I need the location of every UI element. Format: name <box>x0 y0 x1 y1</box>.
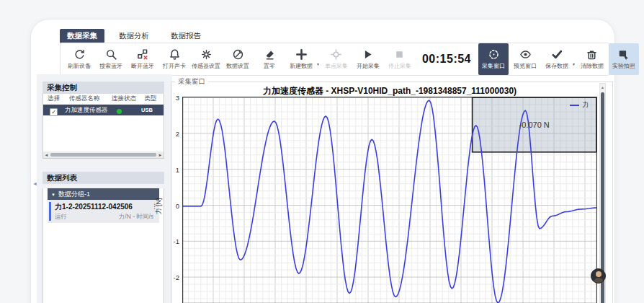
experiment-record-button[interactable]: 实验录制 <box>640 43 644 75</box>
item-axes: 力/N - 时间/s <box>119 213 153 221</box>
y-tick-label: 3 <box>165 94 179 102</box>
refresh-icon <box>73 48 86 61</box>
column-header: 连接状态 <box>112 95 144 103</box>
chart-legend: 力 <box>570 100 589 110</box>
crosshair-icon <box>330 48 342 61</box>
button-label: 刷新设备 <box>68 62 91 70</box>
tab-data-acquisition[interactable]: 数据采集 <box>60 29 104 43</box>
panel-title: 数据列表 <box>43 172 164 184</box>
search-bluetooth-button[interactable]: 搜索蓝牙 <box>96 43 126 75</box>
button-label: 实验拍照 <box>612 62 635 70</box>
disconnect-bluetooth-button[interactable]: 断开蓝牙 <box>128 43 158 75</box>
y-tick-label: 2 <box>165 130 179 138</box>
capture-window-button[interactable]: 采集窗口 <box>478 43 509 75</box>
button-label: 搜索蓝牙 <box>99 62 122 70</box>
y-tick-label: 0 <box>165 202 179 210</box>
toolbar: 刷新设备搜索蓝牙断开蓝牙打开声卡传感器设置数据设置置零新建数据▼单点采集开始采集… <box>60 43 609 76</box>
data-settings-button[interactable]: 数据设置 <box>223 43 253 75</box>
scroll-left-icon[interactable]: ◄ <box>43 153 50 157</box>
legend-label: 力 <box>582 100 589 110</box>
trash-icon <box>586 48 598 61</box>
button-label: 传感器设置 <box>192 62 220 70</box>
horizontal-scrollbar[interactable]: ◄ ► <box>43 152 164 158</box>
dashed-circle-icon <box>488 48 500 61</box>
scroll-up-icon[interactable]: ▲ <box>600 84 605 91</box>
item-title: 力1-2-20251112-042506 <box>55 202 133 212</box>
status-dot <box>117 109 122 114</box>
panel-title: 采集控制 <box>43 82 164 94</box>
button-label: 采集窗口 <box>482 62 505 70</box>
bluetooth-disconnect-icon <box>137 48 149 61</box>
y-tick-label: -2 <box>165 273 179 281</box>
sensor-type: USB <box>141 107 161 113</box>
scroll-right-icon[interactable]: ► <box>157 153 164 157</box>
sensor-table: 选择传感器名称连接状态类型 ✓力加速度传感器USB ◄ ► <box>43 94 164 159</box>
measurement-annotation: -0.070 N <box>519 120 550 129</box>
assistant-avatar[interactable] <box>591 268 606 284</box>
chart-title: 力加速度传感器 - XHSP-V10HID_path_-1981348857_1… <box>182 85 597 97</box>
button-label: 清除数据 <box>581 62 604 70</box>
gear-icon <box>200 48 213 61</box>
set-zero-button[interactable]: 置零 <box>254 43 285 75</box>
app-window: 数据采集数据分析数据报告 刷新设备搜索蓝牙断开蓝牙打开声卡传感器设置数据设置置零… <box>30 19 615 303</box>
stop-icon <box>393 48 406 61</box>
avatar-body <box>594 278 604 284</box>
preview-window-button[interactable]: 预览窗口 <box>510 43 540 75</box>
tab-data-report[interactable]: 数据报告 <box>164 29 208 43</box>
pencil-circle-icon <box>232 48 244 61</box>
button-label: 置零 <box>264 62 275 70</box>
data-list-item[interactable]: 力1-2-20251112-042506 ⋮ 运行 力/N - 时间/s <box>48 200 159 223</box>
open-sound-card-button[interactable]: 打开声卡 <box>159 43 189 75</box>
play-icon <box>362 48 374 61</box>
button-label: 打开声卡 <box>163 62 186 70</box>
column-header: 类型 <box>144 95 164 103</box>
experiment-snapshot-button[interactable]: 实验拍照 <box>609 43 639 75</box>
data-group-row[interactable]: ▼数据分组-1 <box>48 188 159 200</box>
sensor-name: 力加速度传感器 <box>65 106 108 115</box>
scrollbar-thumb[interactable] <box>50 153 156 157</box>
button-label: 开始采集 <box>357 62 380 70</box>
sidebar-collapse-icon[interactable]: ◄ <box>32 181 37 186</box>
save-data-button[interactable]: 保存数据 <box>542 43 572 75</box>
chart-plot-area[interactable]: -0.070 N <box>182 97 597 303</box>
eye-icon <box>519 48 532 61</box>
stop-acquisition-button: 停止采集 <box>385 43 415 75</box>
eraser-icon <box>264 48 276 61</box>
sensor-row[interactable]: ✓力加速度传感器USB <box>43 105 164 115</box>
y-tick-label: -1 <box>165 237 179 245</box>
button-label: 断开蓝牙 <box>131 62 154 70</box>
chevron-down-icon[interactable]: ▼ <box>51 193 55 197</box>
tab-data-analysis[interactable]: 数据分析 <box>112 29 156 43</box>
data-list-body: ▼数据分组-1 力1-2-20251112-042506 ⋮ 运行 力/N - … <box>43 188 164 303</box>
bell-icon <box>169 48 181 61</box>
button-label: 单点采集 <box>325 62 348 70</box>
button-label: 停止采集 <box>388 62 411 70</box>
button-label: 保存数据 <box>545 62 568 70</box>
avatar-head <box>596 271 601 277</box>
search-icon <box>105 48 117 61</box>
dropdown-caret-icon[interactable]: ▼ <box>572 62 576 66</box>
sensor-checkbox[interactable]: ✓ <box>50 108 58 116</box>
column-header: 选择 <box>43 95 69 103</box>
check-icon <box>551 48 563 61</box>
y-axis-label: 力 [N] <box>154 192 163 221</box>
legend-line-swatch <box>570 105 579 106</box>
new-data-button[interactable]: 新建数据 <box>286 43 316 75</box>
button-label: 数据设置 <box>226 62 249 70</box>
refresh-device-button[interactable]: 刷新设备 <box>64 43 94 75</box>
acquisition-timer: 00:15:54 <box>422 53 471 66</box>
single-point-acquire-button: 单点采集 <box>321 43 352 75</box>
start-acquisition-button[interactable]: 开始采集 <box>353 43 383 75</box>
data-group-label: 数据分组-1 <box>58 190 90 198</box>
item-status: 运行 <box>55 213 67 221</box>
dropdown-caret-icon[interactable]: ▼ <box>316 62 320 66</box>
y-tick-label: 1 <box>165 166 179 174</box>
plus-icon <box>295 48 308 61</box>
snapshot-icon <box>617 48 630 61</box>
item-accent-bar <box>49 202 51 221</box>
data-list-panel: 数据列表 ▼数据分组-1 力1-2-20251112-042506 ⋮ 运行 力… <box>43 172 164 303</box>
acquisition-control-panel: 采集控制 选择传感器名称连接状态类型 ✓力加速度传感器USB ◄ ► <box>43 82 164 159</box>
button-label: 预览窗口 <box>514 62 537 70</box>
sensor-settings-button[interactable]: 传感器设置 <box>191 43 221 75</box>
clear-data-button[interactable]: 清除数据 <box>577 43 607 75</box>
